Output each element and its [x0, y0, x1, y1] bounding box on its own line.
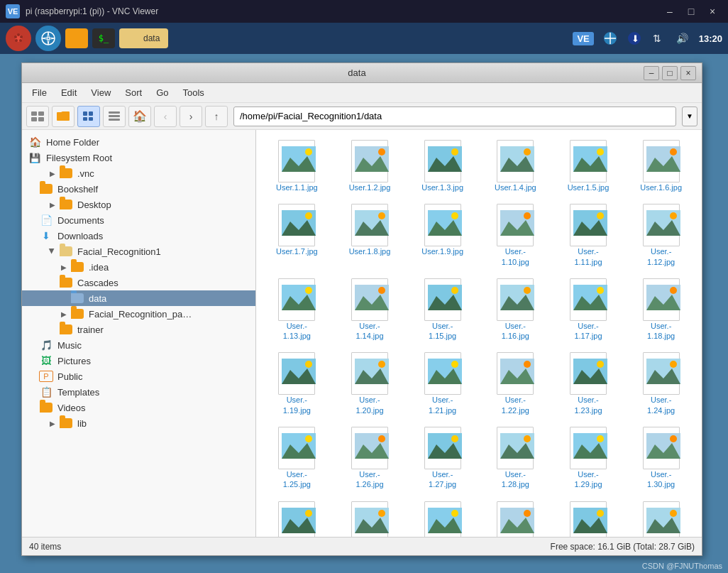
taskbar: $_ data VE ⬇ ⇅ 🔊 13:20	[0, 23, 728, 54]
open-folder-item[interactable]: data	[119, 28, 168, 48]
folder-icon[interactable]	[65, 28, 88, 48]
svg-point-7	[42, 32, 55, 45]
svg-point-2	[17, 33, 20, 36]
network-icon	[602, 31, 618, 46]
ve-badge: VE	[573, 32, 593, 45]
svg-point-3	[20, 36, 23, 38]
titlebar-close[interactable]: ×	[702, 1, 722, 21]
titlebar-left: VE pi (raspberrypi:1 (pi)) - VNC Viewer	[6, 4, 158, 18]
svg-text:⇅: ⇅	[653, 33, 661, 44]
svg-text:🔊: 🔊	[676, 33, 689, 45]
raspberry-icon[interactable]	[6, 26, 31, 51]
svg-text:⬇: ⬇	[632, 33, 639, 44]
clock: 13:20	[699, 33, 722, 44]
taskbar-right: VE ⬇ ⇅ 🔊 13:20	[573, 31, 722, 46]
titlebar-controls: – □ ×	[660, 1, 722, 21]
svg-point-6	[14, 36, 17, 38]
arrows-icon: ⇅	[651, 31, 666, 46]
svg-point-5	[15, 39, 18, 42]
titlebar-minimize[interactable]: –	[660, 1, 680, 21]
titlebar-maximize[interactable]: □	[681, 1, 701, 21]
bluetooth-icon: ⬇	[627, 31, 642, 46]
vnc-icon: VE	[6, 4, 20, 18]
titlebar-title: pi (raspberrypi:1 (pi)) - VNC Viewer	[26, 6, 158, 16]
globe-icon[interactable]	[35, 26, 61, 51]
svg-point-4	[19, 39, 22, 42]
vnc-titlebar: VE pi (raspberrypi:1 (pi)) - VNC Viewer …	[0, 0, 728, 23]
volume-icon: 🔊	[675, 31, 690, 46]
terminal-icon[interactable]: $_	[92, 28, 115, 48]
